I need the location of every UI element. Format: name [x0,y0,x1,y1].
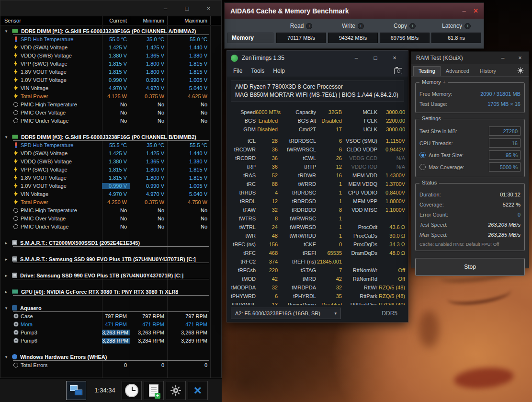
menu-item-file[interactable]: File [229,68,247,74]
sensor-value-max: No [167,110,210,115]
sensor-row[interactable]: VDDQ (SWB) Voltage1.380 V1.365 V1.380 V [0,157,221,165]
sensor-row[interactable]: PMIC High TemperatureNoNoNo [0,206,221,214]
sensor-row[interactable]: 1.8V VOUT Voltage1.815 V1.800 V1.815 V [0,68,221,76]
chevron-right-icon[interactable]: ▸ [0,257,12,262]
timing-label: tRC [231,181,256,187]
sensor-row[interactable]: Total Power4.125 W0.375 W4.625 W [0,92,221,100]
chevron-right-icon[interactable]: ▸ [0,241,12,245]
maximize-button[interactable]: □ [176,0,198,16]
menu-item-tools[interactable]: Tools [247,68,269,74]
aida64-titlebar[interactable]: AIDA64 Cache & Memory Benchmark – × [225,3,484,19]
chevron-right-icon[interactable]: ▸ [0,273,12,278]
close-button[interactable]: × [474,7,478,15]
chevron-down-icon[interactable]: ▾ [0,29,12,34]
sensor-row[interactable]: VDD (SWA) Voltage1.425 V1.425 V1.440 V [0,149,221,157]
close-button[interactable]: × [511,52,529,64]
info-icon[interactable] [358,23,364,29]
sensor-row[interactable]: PMIC Over VoltageNoNoNo [0,214,221,222]
sensor-row[interactable]: SPD Hub Temperature55.5 °C35.0 °C55.5 °C [0,141,221,149]
lightning-icon [14,183,18,189]
sensor-group-header[interactable]: ▸GPU [#0]: NVIDIA GeForce RTX 3080 Ti: P… [0,287,221,296]
taskbar-clock-button[interactable] [122,381,142,400]
minimize-button[interactable]: – [155,0,176,16]
taskbar-network-button[interactable] [66,381,86,400]
maximize-button[interactable]: □ [366,55,385,61]
sensor-row[interactable]: Mora471 RPM471 RPM471 RPM [0,320,221,328]
tab-advanced[interactable]: Advanced [441,66,475,76]
sensor-row[interactable]: VPP (SWC) Voltage1.815 V1.800 V1.815 V [0,59,221,68]
sensor-row[interactable]: PMIC Over VoltageNoNoNo [0,108,221,116]
test-size-input[interactable]: 27280 [489,126,521,136]
sensor-row[interactable]: 1.0V VOUT Voltage0.990 V0.990 V1.005 V [0,76,221,84]
max-coverage-input[interactable]: 5000 % [489,162,521,172]
chevron-right-icon[interactable]: ▸ [0,289,12,294]
camera-icon[interactable] [394,68,402,74]
cpu-threads-input[interactable]: 16 [489,138,521,148]
auto-test-size-input[interactable]: 95 % [489,150,521,160]
sensor-value-max: 1.815 V [167,167,210,172]
chevron-down-icon[interactable]: ▾ [0,306,12,310]
taskbar-xapp-button[interactable]: × [188,381,208,400]
sensor-row[interactable]: 1.0V VOUT Voltage0.990 V0.990 V1.005 V [0,182,221,190]
sensor-row[interactable]: Total Power4.250 W0.375 W4.750 W [0,198,221,206]
info-icon[interactable] [464,23,471,29]
auto-test-size-radio[interactable] [419,152,426,158]
dimm-select-dropdown[interactable]: A2: F5-6000J3238F16G (16GB, SR) [231,308,341,319]
sensor-group-header[interactable]: ▾DDR5 DIMM [#1]: G.Skill F5-6000J3238F16… [0,27,221,35]
minimize-button[interactable]: – [494,52,511,64]
tab-testing[interactable]: Testing [413,66,441,76]
sensor-value-max: No [167,118,210,124]
column-header-current[interactable]: Current [102,16,130,25]
close-button[interactable]: × [385,55,404,61]
sensor-label: Total Power [20,93,102,99]
sensor-row[interactable]: Total Errors000 [0,361,221,369]
sensor-value-max: No [167,207,210,213]
sensor-row[interactable]: PMIC Under VoltageNoNoNo [0,116,221,125]
sensor-row[interactable]: PMIC Under VoltageNoNoNo [0,222,221,230]
minimize-button[interactable]: – [462,7,465,14]
duration-label: Duration: [419,192,441,197]
sensor-row[interactable]: Pump33,263 RPM3,263 RPM3,268 RPM [0,328,221,336]
sensor-group-header[interactable]: ▸Drive: Samsung SSD 990 EVO Plus 1TB (S7… [0,271,221,279]
sensor-group-header[interactable]: ▸S.M.A.R.T.: CT2000MX500SSD1 (2052E4E1E3… [0,239,221,247]
taskbar-settings-button[interactable] [166,381,186,400]
sensor-row[interactable]: Pump63,288 RPM3,284 RPM3,289 RPM [0,336,221,345]
info-icon[interactable] [306,23,312,29]
column-header-minimum[interactable]: Minimum [130,16,167,25]
sensor-group-header[interactable]: ▾DDR5 DIMM [#3]: G.Skill F5-6000J3238F16… [0,133,221,141]
theme-icon[interactable] [517,67,524,74]
sensor-group-header[interactable]: ▾Windows Hardware Errors (WHEA) [0,353,221,361]
timing-value: 42 [256,276,278,282]
ramtest-titlebar[interactable]: RAM Test (KGuiX) – × [411,52,529,64]
column-header-sensor[interactable]: Sensor [0,16,102,25]
sensor-row[interactable]: VDDQ (SWB) Voltage1.380 V1.365 V1.380 V [0,51,221,59]
chevron-down-icon[interactable]: ▾ [0,355,12,359]
taskbar-notes-button[interactable] [144,381,164,400]
sensor-label: VPP (SWC) Voltage [20,61,102,67]
info-icon[interactable] [409,23,416,29]
close-button[interactable]: × [198,0,219,16]
menu-item-help[interactable]: Help [269,68,289,74]
sensor-row[interactable]: VIN Voltage4.970 V4.970 V5.040 V [0,84,221,92]
timing-label: Capacity [278,109,316,115]
sensor-group: ▾DDR5 DIMM [#3]: G.Skill F5-6000J3238F16… [0,133,221,230]
sensor-group-header[interactable]: ▾Aquaero [0,304,221,312]
sensor-row[interactable]: SPD Hub Temperature55.0 °C35.0 °C55.0 °C [0,35,221,43]
stop-button[interactable]: Stop [415,258,525,276]
zentimings-titlebar[interactable]: ZenTimings 1.35 – □ × [227,51,408,65]
sensor-row[interactable]: Case797 RPM797 RPM797 RPM [0,312,221,320]
sensor-row[interactable]: PMIC High TemperatureNoNoNo [0,100,221,108]
minimize-button[interactable]: – [347,55,366,61]
timing-label: GDM [231,126,256,132]
sensor-group-header[interactable]: ▸S.M.A.R.T.: Samsung SSD 990 EVO Plus 1T… [0,255,221,263]
sensor-row[interactable]: VIN Voltage4.970 V4.970 V5.040 V [0,190,221,198]
sensor-row[interactable]: VPP (SWC) Voltage1.815 V1.800 V1.815 V [0,165,221,173]
sensor-row[interactable]: VDD (SWA) Voltage1.425 V1.425 V1.440 V [0,43,221,51]
sensor-titlebar[interactable]: – □ × [0,0,221,16]
chevron-down-icon[interactable]: ▾ [0,135,12,139]
max-coverage-radio[interactable] [419,164,426,170]
sensor-row[interactable]: 1.8V VOUT Voltage1.815 V1.800 V1.815 V [0,173,221,182]
whea-icon [12,354,17,359]
tab-history[interactable]: History [475,66,501,76]
column-header-maximum[interactable]: Maximum [167,16,210,25]
